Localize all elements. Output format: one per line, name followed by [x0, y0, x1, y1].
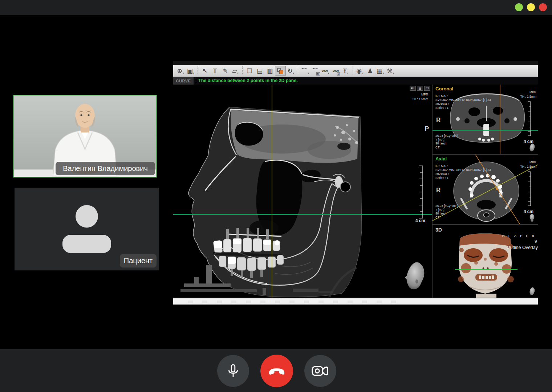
toolbar-image-adjust-icon[interactable]: ▥ [265, 66, 275, 76]
toolbar-teeth-measure-icon[interactable]: wwM [330, 66, 341, 76]
main-orientation-label: P [425, 125, 429, 132]
coronal-thickness-label: TH : 1.5mm [520, 95, 536, 98]
toolbar-overlay-layers-icon[interactable] [275, 66, 286, 76]
viewport-axial[interactable]: Axial ID : 5007 SVEODA VIKTORIYA BORODIN… [433, 155, 538, 224]
participant-name-patient: Пациент [120, 254, 157, 268]
volume-title: 3D [435, 227, 442, 233]
full-layout-button[interactable]: FL [410, 86, 416, 91]
coronal-scale-ruler [525, 101, 533, 137]
status-message: The distance between 2 points in the 2D … [198, 77, 298, 85]
volume-clip-line-green[interactable] [455, 269, 518, 270]
toolbar-pencil-draw-icon[interactable]: ✎ [220, 66, 230, 76]
toolbar-image-select-icon[interactable]: ▤ [255, 66, 265, 76]
coronal-dose-info: 26.93 [sGy*cm²] 7 [mA] 90 [sec] CT [435, 134, 458, 149]
viewport-3d[interactable]: 3D H F A P L R V Outline Overlay [433, 225, 538, 298]
main-scale-ruler [416, 164, 425, 220]
window-control-yellow-icon[interactable] [527, 3, 535, 11]
viewer-content: FL ▦ ❐ MPR TH : 1.5mm P 4 cm [173, 85, 538, 298]
toolbar-teeth-row-icon[interactable]: ww▾ [320, 66, 330, 76]
toolbar-text-tool-icon[interactable]: T [210, 66, 220, 76]
camera-button[interactable] [304, 355, 336, 387]
patient-avatar-body-icon [62, 235, 111, 253]
coronal-crosshair-horizontal-green[interactable] [433, 130, 538, 131]
end-call-button[interactable] [260, 355, 293, 387]
toolbar-arch-measure-icon[interactable]: ⌒M [310, 66, 320, 76]
coronal-orientation-head-icon [528, 143, 536, 152]
window-control-red-icon[interactable] [539, 3, 547, 11]
expand-view-button[interactable]: ❐ [424, 86, 430, 91]
grid-layout-button[interactable]: ▦ [417, 86, 423, 91]
coronal-patient-info: ID : 5007 SVEODA VIKTORIYA BORODINA [F] … [435, 94, 491, 110]
status-separator [196, 78, 196, 83]
volume-orientation-head-icon [528, 286, 536, 296]
window-titlebar [0, 0, 552, 15]
camera-icon [311, 364, 330, 378]
axial-thickness-label: TH : 1.5mm [520, 165, 536, 168]
microphone-button[interactable] [217, 355, 249, 387]
main-thickness-label: TH : 1.5mm [412, 97, 428, 101]
crosshair-vertical-yellow[interactable] [272, 85, 272, 298]
axial-orientation-head-icon [528, 213, 536, 222]
tab-curve[interactable]: CURVE [173, 77, 194, 85]
axial-dose-info: 26.93 [sGy*cm²] 7 [mA] 90 [sec] CT [435, 204, 458, 219]
coronal-orientation-label: R [436, 117, 441, 124]
participant-name-doctor: Валентин Владимирович [56, 162, 155, 175]
expand-view-icon: ❐ [426, 87, 429, 90]
toolbar-implant-icon[interactable]: Ŧ▾ [341, 66, 351, 76]
toolbar-separator [298, 66, 298, 75]
window-control-green-icon[interactable] [515, 3, 523, 11]
end-call-icon [267, 365, 286, 377]
toolbar-rotate-view-icon[interactable]: ↻▾ [286, 66, 296, 76]
axial-title: Axial [435, 156, 447, 162]
volume-view-label: V [535, 240, 537, 244]
axial-scale-ruler [525, 171, 533, 207]
call-control-bar [0, 349, 552, 392]
patient-avatar-head-icon [76, 205, 98, 228]
axial-orientation-label: R [436, 187, 441, 194]
toolbar-arch-curve-icon[interactable]: ⌒▾ [300, 66, 310, 76]
orientation-head-icon [401, 259, 427, 293]
volume-orientation-buttons[interactable]: H F A P L R [502, 234, 536, 238]
viewer-status-bar [173, 298, 538, 305]
toolbar-report-layout-icon[interactable]: ▦▾ [375, 66, 385, 76]
viewport-coronal[interactable]: Coronal ID : 5007 SVEODA VIKTORIYA BOROD… [433, 85, 538, 154]
microphone-icon [225, 363, 242, 379]
toolbar-annotate-edit-icon[interactable]: ❏ [244, 66, 255, 76]
video-tile-doctor[interactable]: Валентин Владимирович [13, 95, 157, 177]
crosshair-horizontal-green[interactable] [173, 214, 432, 215]
toolbar-separator [198, 66, 198, 75]
toolbar-settings-tools-icon[interactable]: ⚒▾ [385, 66, 395, 76]
screen-share-ct-viewer: ⊕▾▣▾↖T✎▱▾❏▤▥↻▾⌒▾⌒Mww▾wwMŦ▾◉▾♟▦▾⚒▾ CURVE … [173, 61, 538, 305]
toolbar-grid-globe-icon[interactable]: ⊕▾ [175, 66, 186, 76]
toolbar-patient-person-icon[interactable]: ♟ [365, 66, 375, 76]
video-tile-patient[interactable]: Пациент [15, 188, 159, 270]
window-controls [515, 3, 547, 11]
coronal-mode-label: MPR [529, 90, 536, 94]
toolbar-volume-3d-icon[interactable]: ▣▾ [186, 66, 196, 76]
toolbar-shapes-icon[interactable]: ▱▾ [230, 66, 240, 76]
main-scale-label: 4 cm [415, 218, 425, 223]
sagittal-ct-image [173, 85, 432, 298]
viewport-corner-buttons: FL ▦ ❐ [410, 86, 430, 91]
viewer-toolbar: ⊕▾▣▾↖T✎▱▾❏▤▥↻▾⌒▾⌒Mww▾wwMŦ▾◉▾♟▦▾⚒▾ [173, 65, 538, 77]
viewport-sagittal[interactable]: FL ▦ ❐ MPR TH : 1.5mm P 4 cm [173, 85, 432, 298]
coronal-crosshair-vertical-orange[interactable] [500, 85, 500, 154]
toolbar-separator [242, 66, 243, 75]
coronal-title: Coronal [435, 86, 453, 91]
main-mode-label: MPR [421, 93, 428, 96]
axial-patient-info: ID : 5007 SVEODA VIKTORIYA BORODINA [F] … [435, 164, 491, 180]
toolbar-camera-capture-icon[interactable]: ◉▾ [355, 66, 365, 76]
toolbar-cursor-select-icon[interactable]: ↖ [200, 66, 210, 76]
side-viewports: Coronal ID : 5007 SVEODA VIKTORIYA BOROD… [433, 85, 538, 298]
axial-mode-label: MPR [529, 160, 536, 164]
viewer-status-row: CURVE The distance between 2 points in t… [173, 77, 538, 85]
volume-outline-overlay-label[interactable]: Outline Overlay [507, 245, 538, 250]
toolbar-separator [353, 66, 353, 75]
viewer-top-strip [173, 61, 538, 65]
grid-layout-icon: ▦ [419, 87, 422, 90]
